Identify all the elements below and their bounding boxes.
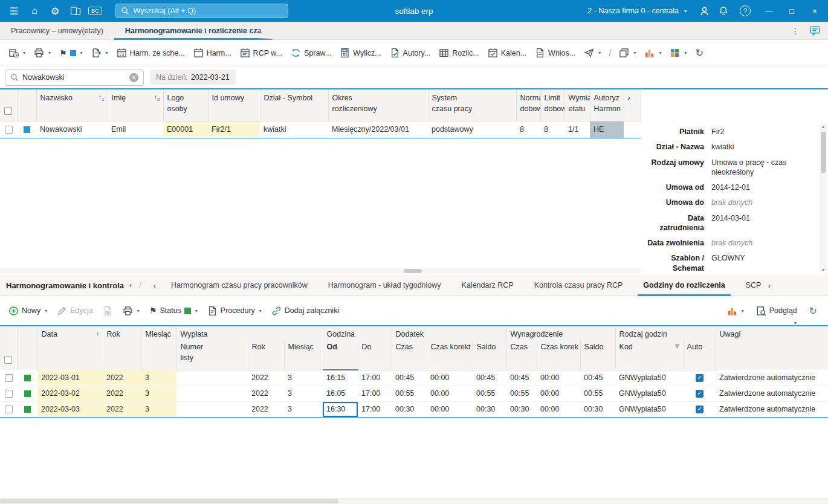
export-button[interactable]: ▾ (88, 45, 112, 61)
cell-wyplata-miesiac[interactable]: 3 (284, 401, 323, 417)
filter-funnel-icon[interactable] (674, 343, 681, 350)
rozliczenie-button[interactable]: Rozlic... (435, 45, 482, 61)
cell-auto[interactable] (683, 401, 716, 417)
cell-numer-listy[interactable] (176, 401, 248, 417)
home-icon[interactable]: ⌂ (25, 2, 44, 19)
cell-wyn-korekta[interactable]: 00:00 (537, 401, 580, 417)
cell-wyn-czas[interactable]: 00:30 (506, 401, 537, 417)
toolbar-overflow-icon[interactable]: ▾ (794, 320, 797, 326)
chat-bubble-icon[interactable] (809, 25, 821, 36)
minimize-button[interactable]: — (758, 2, 780, 20)
cell-dodatek-czas[interactable]: 00:55 (392, 386, 427, 401)
sprawdz-button[interactable]: Spraw... (287, 45, 335, 61)
tab-kalendarz-rcp[interactable]: Kalendarz RCP (451, 275, 524, 296)
tab-pracownicy-umowy[interactable]: Pracownicy – umowy(etaty) (0, 22, 114, 39)
cell-dodatek-czas[interactable]: 00:45 (392, 370, 427, 386)
scroll-up-icon[interactable]: ▲ (820, 124, 827, 129)
col-header-numer-listy[interactable]: Numerlisty (176, 340, 248, 370)
cell-autoryzacja[interactable]: HE (590, 121, 624, 138)
col-header-autoryzacja[interactable]: AutoryzHarmon (590, 89, 624, 121)
widgets-button[interactable]: ▾ (666, 45, 690, 61)
auto-checkbox[interactable] (696, 390, 703, 398)
cell-norma-dobowa[interactable]: 8 (516, 121, 540, 138)
cell-wyn-saldo[interactable]: 00:30 (580, 401, 615, 417)
cell-rok[interactable]: 2022 (103, 401, 141, 417)
select-all-checkbox[interactable] (4, 107, 12, 115)
group-header-godzina[interactable]: Godzina (323, 326, 392, 340)
cell-auto[interactable] (683, 370, 716, 386)
hours-row-3[interactable]: 2022-03-03 2022 3 2022 3 16:30 17:00 00:… (0, 401, 828, 417)
select-all-header[interactable] (0, 89, 17, 121)
row-select-cell[interactable] (0, 401, 17, 417)
scroll-down-icon[interactable]: ▼ (820, 268, 827, 272)
cell-rok[interactable]: 2022 (103, 386, 141, 401)
rcp-button[interactable]: RCP w... (236, 45, 286, 61)
employee-search[interactable]: ✕ (5, 69, 144, 86)
send-button[interactable]: ▾ (580, 45, 604, 61)
cell-imie[interactable]: Emil (108, 121, 163, 138)
cell-dodatek-saldo[interactable]: 00:30 (473, 401, 506, 417)
group-header-wyplata[interactable]: Wypłata (176, 326, 323, 340)
row-checkbox[interactable] (5, 374, 13, 382)
cell-kod[interactable]: GNWyplata50 (615, 401, 683, 417)
col-header-okres-rozliczeniowy[interactable]: Okresrozliczeniowy (328, 89, 428, 121)
status-filter-button[interactable]: ⚑ ▾ (56, 45, 86, 61)
col-header-wyn-czas-korekta[interactable]: Czas korek (537, 340, 580, 370)
cell-kod[interactable]: GNWyplata50 (615, 386, 683, 401)
cell-dodatek-czas[interactable]: 00:30 (392, 401, 427, 417)
row-select-cell[interactable] (0, 386, 17, 401)
settings-gear-icon[interactable]: ⚙ (46, 2, 64, 19)
cell-data[interactable]: 2022-03-02 (37, 386, 103, 401)
chart-button[interactable]: ▾ (641, 45, 665, 61)
cell-auto[interactable] (683, 386, 716, 401)
cell-dodatek-korekta[interactable]: 00:00 (427, 370, 473, 386)
clear-search-icon[interactable]: ✕ (129, 73, 138, 82)
col-header-kod[interactable]: Kod (615, 340, 683, 370)
refresh-button-hours[interactable]: ↻ (806, 302, 821, 320)
cell-uwagi[interactable]: Zatwierdzone automatycznie (716, 401, 828, 417)
vscrollbar-thumb[interactable] (821, 132, 826, 173)
row-select-cell[interactable] (0, 370, 17, 386)
maximize-button[interactable]: □ (781, 2, 803, 20)
cell-wyn-korekta[interactable]: 00:00 (537, 386, 580, 401)
hours-row-2[interactable]: 2022-03-02 2022 3 2022 3 16:05 17:00 00:… (0, 386, 828, 401)
cell-nazwisko[interactable]: Nowakowski (36, 121, 108, 138)
cell-miesiac[interactable]: 3 (141, 386, 176, 401)
cell-uwagi[interactable]: Zatwierdzone automatycznie (716, 386, 828, 401)
help-icon[interactable]: ? (740, 5, 751, 16)
col-header-auto[interactable]: Auto (683, 340, 716, 370)
cell-wyn-czas[interactable]: 00:45 (506, 370, 537, 386)
cell-data[interactable]: 2022-03-01 (37, 370, 103, 386)
cell-dodatek-korekta[interactable]: 00:00 (427, 401, 473, 417)
col-header-wyplata-miesiac[interactable]: Miesiąc (284, 340, 323, 370)
col-header-uwagi[interactable]: Uwagi (716, 326, 828, 370)
employee-search-input[interactable] (22, 73, 113, 82)
cell-do[interactable]: 17:00 (358, 386, 392, 401)
wnioski-button[interactable]: Wnios... (531, 45, 579, 61)
group-header-rodzaj-godzin[interactable]: Rodzaj godzin (615, 326, 716, 340)
more-options-icon[interactable]: ⋮ (791, 26, 800, 36)
col-header-imie[interactable]: Imię↑2 (108, 89, 163, 121)
page-hscrollbar[interactable] (0, 498, 828, 504)
global-search-input[interactable] (134, 7, 283, 15)
col-header-wyplata-rok[interactable]: Rok (248, 340, 284, 370)
employee-row[interactable]: Nowakowski Emil E00001 Fir2/1 kwiatki Mi… (0, 121, 641, 138)
cell-wyn-saldo[interactable]: 00:55 (580, 386, 615, 401)
col-header-wyn-czas[interactable]: Czas (506, 340, 537, 370)
col-header-dzial-symbol[interactable]: Dział - Symbol (260, 89, 328, 121)
cell-kod[interactable]: GNWyplata50 (615, 370, 683, 386)
group-header-dodatek[interactable]: Dodatek (392, 326, 506, 340)
modules-cards-icon[interactable] (66, 2, 85, 19)
kalendarz-button[interactable]: Kalen... (484, 45, 530, 61)
cell-od[interactable]: 16:05 (323, 386, 358, 401)
hscrollbar-thumb[interactable] (0, 499, 338, 503)
col-header-norma-dobowa[interactable]: Normadobow (516, 89, 540, 121)
cell-wyn-czas[interactable]: 00:55 (506, 386, 537, 401)
col-header-dodatek-czas[interactable]: Czas (392, 340, 427, 370)
cell-limit-dobowy[interactable]: 8 (540, 121, 564, 138)
col-header-id-umowy[interactable]: Id umowy (208, 89, 260, 121)
col-header-nazwisko[interactable]: Nazwisko↑1 (36, 89, 108, 121)
col-header-dodatek-saldo[interactable]: Saldo (473, 340, 506, 370)
col-header-miesiac[interactable]: Miesiąc (141, 326, 176, 370)
tabs-scroll-right-icon[interactable]: › (768, 281, 771, 290)
